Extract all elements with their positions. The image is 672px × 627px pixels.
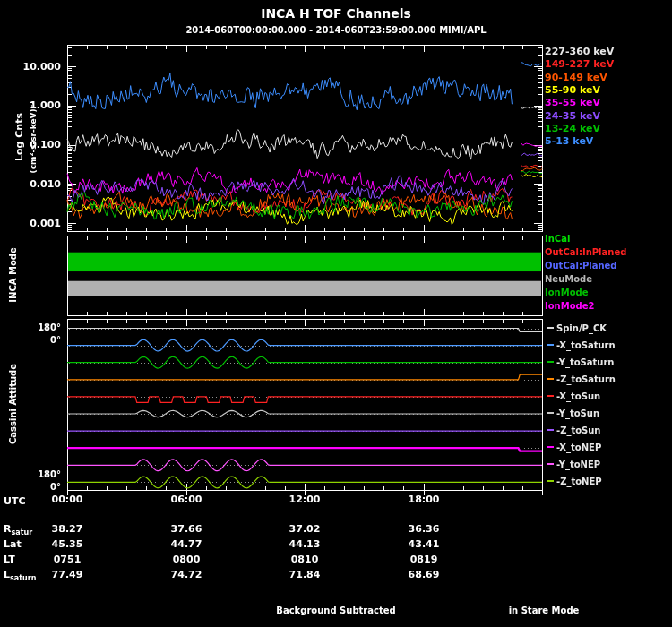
degree-label-top-0: 0° xyxy=(20,335,61,345)
eph-lat-1: 44.77 xyxy=(161,538,211,550)
legend-attitude-name: -Y_toSaturn xyxy=(556,357,614,367)
eph-lat-0: 45.35 xyxy=(42,538,92,550)
series-color-dash xyxy=(547,480,554,482)
series-color-dash xyxy=(547,344,554,346)
page-subtitle: 2014-060T00:00:00.000 - 2014-060T23:59:0… xyxy=(0,25,672,35)
eph-label-main: L xyxy=(4,569,10,580)
legend-attitude-x-nep: -X_toNEP xyxy=(547,442,601,452)
legend-attitude-y-nep: -Y_toNEP xyxy=(547,460,600,469)
degree-label-bottom-180: 180° xyxy=(20,469,61,479)
eph-lt-0: 0751 xyxy=(42,554,92,565)
ytick-0p01: 0.010 xyxy=(20,178,61,190)
eph-row-label-l: Lsaturn xyxy=(4,569,36,582)
eph-l-0: 77.49 xyxy=(42,569,92,580)
legend-attitude-y-saturn: -Y_toSaturn xyxy=(547,357,614,367)
series-color-dash xyxy=(547,412,554,414)
legend-mode-ionmode: IonMode xyxy=(545,288,588,297)
legend-mode-ionmode2: IonMode2 xyxy=(545,301,594,311)
eph-row-label-r: Rsatur xyxy=(4,523,32,537)
inca-plot-screen: INCA H TOF Channels 2014-060T00:00:00.00… xyxy=(0,0,672,627)
counts-y-axis-units: (cm²-s-sr-keV)⁻¹ xyxy=(29,101,38,174)
legend-attitude-name: -Y_toSun xyxy=(556,408,599,418)
legend-attitude-y-sun: -Y_toSun xyxy=(547,408,599,418)
legend-attitude-spin: Spin/P_CK xyxy=(547,323,607,333)
legend-attitude-z-saturn: -Z_toSaturn xyxy=(547,374,616,384)
counts-y-axis-label: Log Cnts xyxy=(13,113,25,161)
legend-attitude-z-sun: -Z_toSun xyxy=(547,425,601,435)
legend-mode-neumode: NeuMode xyxy=(545,274,592,284)
legend-energy-149-227: 149-227 keV xyxy=(545,58,614,70)
footer-note-background-subtracted: Background Subtracted xyxy=(202,606,470,615)
eph-l-1: 74.72 xyxy=(161,569,211,580)
eph-lt-2: 0810 xyxy=(280,554,330,565)
page-title: INCA H TOF Channels xyxy=(0,6,672,21)
eph-row-label-lt: LT xyxy=(4,554,15,567)
series-color-dash xyxy=(547,361,554,363)
eph-l-2: 71.84 xyxy=(280,569,330,580)
eph-r-1: 37.66 xyxy=(161,523,211,535)
mode-y-axis-label: INCA Mode xyxy=(8,247,18,302)
legend-mode-outcal-inplaned: OutCal:InPlaned xyxy=(545,247,626,257)
eph-l-3: 68.69 xyxy=(399,569,449,580)
xtick-0000: 00:00 xyxy=(42,494,92,505)
legend-energy-24-35: 24-35 keV xyxy=(545,110,600,122)
eph-lt-1: 0800 xyxy=(161,554,211,565)
legend-attitude-name: -X_toNEP xyxy=(556,442,601,452)
series-color-dash xyxy=(547,463,554,465)
xtick-1200: 12:00 xyxy=(280,494,330,505)
eph-r-2: 37.02 xyxy=(280,523,330,535)
series-color-dash xyxy=(547,327,554,329)
legend-attitude-name: -Z_toSun xyxy=(556,425,601,435)
ytick-10: 10.000 xyxy=(20,61,61,73)
eph-label-sub: saturn xyxy=(10,574,36,582)
legend-mode-outcal-planed: OutCal:Planed xyxy=(545,261,616,271)
legend-energy-90-149: 90-149 keV xyxy=(545,72,607,83)
eph-r-0: 38.27 xyxy=(42,523,92,535)
eph-row-label-lat: Lat xyxy=(4,538,22,552)
legend-energy-227-360: 227-360 keV xyxy=(545,46,614,57)
eph-lat-2: 44.13 xyxy=(280,538,330,550)
legend-attitude-name: -Z_toNEP xyxy=(556,477,602,486)
ytick-0p001: 0.001 xyxy=(20,218,61,229)
series-color-dash xyxy=(547,378,554,380)
legend-attitude-x-saturn: -X_toSaturn xyxy=(547,340,616,350)
degree-label-top-180: 180° xyxy=(20,322,61,332)
legend-attitude-name: -Z_toSaturn xyxy=(556,374,616,384)
legend-energy-5-13: 5-13 keV xyxy=(545,135,593,147)
legend-attitude-name: -X_toSaturn xyxy=(556,340,616,350)
series-color-dash xyxy=(547,395,554,397)
degree-label-bottom-0: 0° xyxy=(20,482,61,492)
legend-attitude-name: -X_toSun xyxy=(556,391,600,401)
series-color-dash xyxy=(547,429,554,431)
series-color-dash xyxy=(547,446,554,448)
legend-energy-55-90: 55-90 keV xyxy=(545,84,600,96)
legend-attitude-name: Spin/P_CK xyxy=(556,323,607,333)
utc-label: UTC xyxy=(4,495,26,507)
legend-energy-13-24: 13-24 keV xyxy=(545,123,600,134)
eph-label-main: LT xyxy=(4,554,15,565)
legend-energy-35-55: 35-55 keV xyxy=(545,97,600,108)
xtick-0600: 06:00 xyxy=(161,494,211,505)
legend-mode-incal: InCal xyxy=(545,234,570,244)
legend-attitude-x-sun: -X_toSun xyxy=(547,391,600,401)
eph-label-sub: satur xyxy=(11,528,32,537)
legend-attitude-z-nep: -Z_toNEP xyxy=(547,477,602,486)
eph-label-main: Lat xyxy=(4,538,22,550)
ytick-0p1: 0.100 xyxy=(20,139,61,150)
eph-lat-3: 43.41 xyxy=(399,538,449,550)
xtick-1800: 18:00 xyxy=(399,494,449,505)
eph-lt-3: 0819 xyxy=(399,554,449,565)
eph-r-3: 36.36 xyxy=(399,523,449,535)
legend-attitude-name: -Y_toNEP xyxy=(556,460,600,469)
attitude-y-axis-label: Cassini Attitude xyxy=(8,364,18,444)
ytick-1: 1.000 xyxy=(20,99,61,111)
footer-note-stare-mode: in Stare Mode xyxy=(486,606,602,615)
